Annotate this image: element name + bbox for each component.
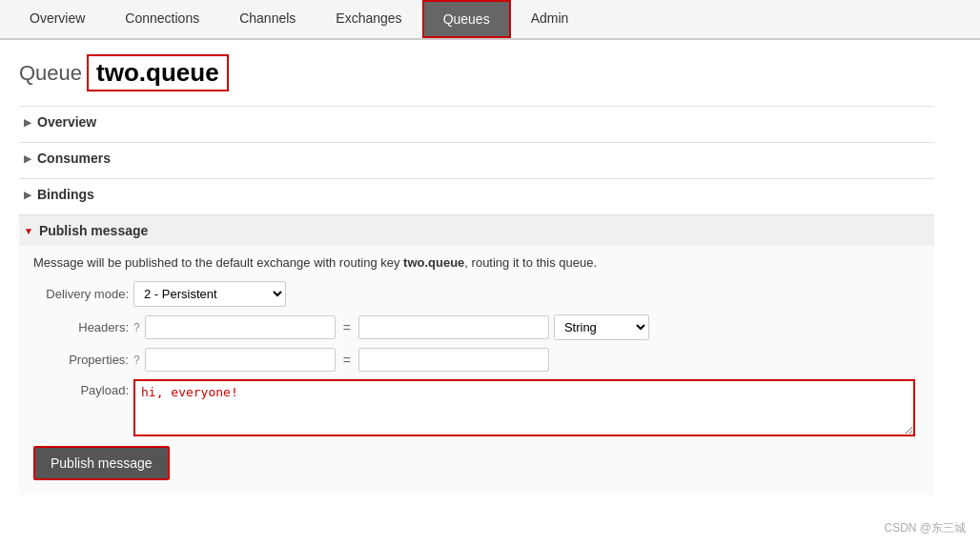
properties-value-input[interactable]	[358, 348, 549, 372]
headers-type-select[interactable]: String Byte array	[554, 314, 649, 340]
publish-btn-row: Publish message	[33, 446, 920, 480]
properties-row: Properties: ? =	[33, 348, 920, 372]
page-title-prefix: Queue	[19, 61, 82, 86]
overview-arrow-icon: ▶	[24, 117, 31, 128]
section-consumers-label: Consumers	[37, 151, 111, 166]
bindings-arrow-icon: ▶	[24, 190, 31, 200]
publish-message-section: ▼ Publish message Message will be publis…	[19, 214, 934, 495]
main-content: Queue two.queue ▶ Overview ▶ Consumers ▶…	[0, 40, 953, 509]
headers-label: Headers:	[33, 320, 129, 334]
section-overview-header[interactable]: ▶ Overview	[19, 107, 934, 137]
headers-row: Headers: ? = String Byte array	[33, 314, 920, 340]
page-title-row: Queue two.queue	[19, 54, 934, 91]
section-bindings-label: Bindings	[37, 187, 94, 202]
payload-label: Payload:	[33, 379, 129, 397]
publish-form: Message will be published to the default…	[19, 246, 934, 495]
headers-help-icon[interactable]: ?	[133, 321, 140, 334]
delivery-mode-select[interactable]: 1 - Non-persistent 2 - Persistent	[133, 281, 286, 307]
section-consumers-header[interactable]: ▶ Consumers	[19, 143, 934, 173]
publish-message-button[interactable]: Publish message	[33, 446, 170, 480]
delivery-mode-row: Delivery mode: 1 - Non-persistent 2 - Pe…	[33, 281, 920, 307]
section-overview-label: Overview	[37, 114, 96, 130]
properties-eq-sign: =	[340, 353, 354, 368]
nav-channels[interactable]: Channels	[219, 0, 316, 38]
section-bindings-header[interactable]: ▶ Bindings	[19, 179, 934, 210]
publish-arrow-icon: ▼	[24, 226, 33, 236]
section-overview: ▶ Overview	[19, 106, 934, 137]
nav-connections[interactable]: Connections	[105, 0, 219, 38]
info-prefix: Message will be published to the default…	[33, 255, 403, 270]
main-nav: Overview Connections Channels Exchanges …	[0, 0, 980, 40]
properties-label: Properties:	[33, 353, 129, 367]
consumers-arrow-icon: ▶	[24, 153, 31, 164]
publish-section-header[interactable]: ▼ Publish message	[19, 215, 934, 246]
payload-textarea[interactable]	[133, 379, 915, 436]
properties-help-icon[interactable]: ?	[133, 354, 140, 367]
payload-row: Payload:	[33, 379, 920, 436]
queue-name: two.queue	[87, 54, 229, 91]
section-consumers: ▶ Consumers	[19, 142, 934, 173]
nav-exchanges[interactable]: Exchanges	[316, 0, 421, 38]
publish-info-text: Message will be published to the default…	[33, 255, 920, 270]
routing-key: two.queue	[403, 255, 464, 270]
headers-eq-sign: =	[340, 320, 354, 335]
section-bindings: ▶ Bindings	[19, 178, 934, 210]
nav-queues[interactable]: Queues	[422, 0, 511, 38]
info-suffix: , routing it to this queue.	[464, 255, 597, 270]
headers-key-input[interactable]	[145, 315, 336, 339]
nav-admin[interactable]: Admin	[511, 0, 589, 38]
publish-section-label: Publish message	[39, 223, 148, 238]
headers-value-input[interactable]	[358, 315, 549, 339]
properties-key-input[interactable]	[145, 348, 336, 372]
nav-overview[interactable]: Overview	[10, 0, 105, 38]
delivery-mode-label: Delivery mode:	[33, 287, 129, 301]
